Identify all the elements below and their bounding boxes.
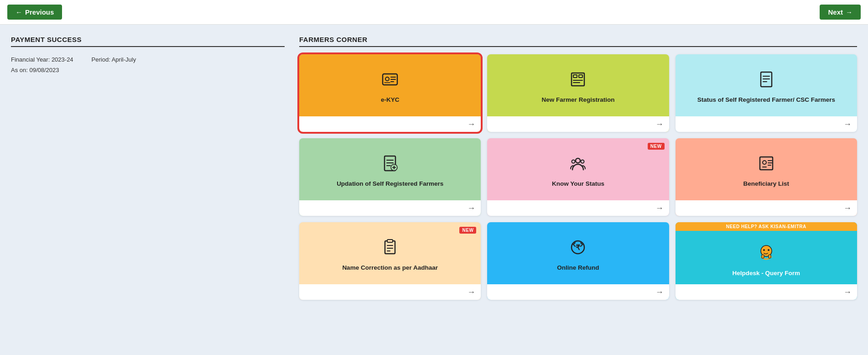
svg-point-22 <box>576 158 580 163</box>
arrow-icon-online-refund: → <box>655 287 664 297</box>
card-label-updation-self-registered: Updation of Self Registered Farmers <box>337 180 443 188</box>
svg-point-26 <box>763 161 766 164</box>
svg-text:₹: ₹ <box>576 244 581 251</box>
arrow-icon-beneficiary-list: → <box>843 204 852 213</box>
card-label-beneficiary-list: Beneficiary List <box>743 180 790 188</box>
card-helpdesk[interactable]: NEED HELP? ASK KISAN-EMITRA Helpdesk - Q… <box>676 222 857 300</box>
card-icon-helpdesk <box>756 242 776 265</box>
card-footer-updation-self-registered: → <box>299 200 481 216</box>
card-body-new-farmer-registration: New Farmer Registration <box>487 54 669 116</box>
card-icon-online-refund: ₹ <box>569 238 587 259</box>
card-footer-ekyc: → <box>299 116 481 132</box>
financial-year: Financial Year: 2023-24 <box>11 54 73 65</box>
card-online-refund[interactable]: ₹ Online Refund → <box>487 222 669 300</box>
previous-button[interactable]: ← Previous <box>7 5 62 20</box>
arrow-icon-updation-self-registered: → <box>467 204 475 213</box>
arrow-icon-ekyc: → <box>467 120 475 129</box>
top-navigation-bar: ← Previous Next → <box>0 0 868 25</box>
arrow-icon-helpdesk: → <box>843 287 852 297</box>
arrow-icon-name-correction: → <box>467 287 475 297</box>
next-label: Next <box>828 8 843 16</box>
payment-info: Financial Year: 2023-24 Period: April-Ju… <box>11 54 285 76</box>
svg-rect-42 <box>769 255 771 258</box>
card-icon-know-your-status <box>569 154 587 175</box>
card-icon-ekyc <box>381 70 399 91</box>
card-label-know-your-status: Know Your Status <box>552 180 604 188</box>
previous-label: Previous <box>25 8 54 16</box>
new-badge-know-your-status: NEW <box>648 143 665 150</box>
farmers-corner-title: FARMERS CORNER <box>299 36 857 47</box>
card-body-name-correction: Name Correction as per Aadhaar <box>299 222 481 284</box>
card-status-self-registered[interactable]: Status of Self Registered Farmer/ CSC Fa… <box>676 54 857 132</box>
card-icon-name-correction <box>381 238 399 259</box>
svg-rect-31 <box>385 241 395 254</box>
card-label-new-farmer-registration: New Farmer Registration <box>542 96 615 104</box>
next-button[interactable]: Next → <box>820 5 861 20</box>
card-icon-status-self-registered <box>757 70 775 91</box>
arrow-icon-know-your-status: → <box>655 204 664 213</box>
card-footer-status-self-registered: → <box>676 116 857 132</box>
svg-point-39 <box>763 249 765 251</box>
card-footer-new-farmer-registration: → <box>487 116 669 132</box>
arrow-icon-new-farmer-registration: → <box>655 120 664 129</box>
card-body-know-your-status: Know Your Status <box>487 138 669 200</box>
payment-section-title: PAYMENT SUCCESS <box>11 36 285 47</box>
svg-point-24 <box>581 160 584 163</box>
helpdesk-banner: NEED HELP? ASK KISAN-EMITRA <box>676 222 857 231</box>
card-footer-online-refund: → <box>487 284 669 300</box>
farmers-corner-panel: FARMERS CORNER e-KYC → Ne <box>299 36 857 300</box>
card-know-your-status[interactable]: NEW Know Your Status → <box>487 138 669 216</box>
card-label-status-self-registered: Status of Self Registered Farmer/ CSC Fa… <box>697 96 835 104</box>
card-name-correction[interactable]: NEW Name Correction as per Aadhaar → <box>299 222 481 300</box>
card-footer-know-your-status: → <box>487 200 669 216</box>
card-body-helpdesk: Helpdesk - Query Form <box>676 231 857 284</box>
card-body-beneficiary-list: Beneficiary List <box>676 138 857 200</box>
payment-details-row: Financial Year: 2023-24 Period: April-Ju… <box>11 54 285 65</box>
farmers-corner-grid: e-KYC → New Farmer Registration → <box>299 54 857 300</box>
new-badge-name-correction: NEW <box>459 227 476 234</box>
card-body-online-refund: ₹ Online Refund <box>487 222 669 284</box>
card-icon-updation-self-registered <box>381 154 399 175</box>
card-label-ekyc: e-KYC <box>381 96 400 104</box>
svg-point-23 <box>572 160 575 163</box>
payment-success-panel: PAYMENT SUCCESS Financial Year: 2023-24 … <box>11 36 285 300</box>
card-beneficiary-list[interactable]: Beneficiary List → <box>676 138 857 216</box>
card-footer-name-correction: → <box>299 284 481 300</box>
svg-point-1 <box>385 77 389 81</box>
arrow-icon-status-self-registered: → <box>843 120 852 129</box>
svg-rect-41 <box>762 255 764 258</box>
svg-rect-32 <box>387 240 393 242</box>
card-new-farmer-registration[interactable]: New Farmer Registration → <box>487 54 669 132</box>
svg-rect-7 <box>573 75 577 78</box>
period: Period: April-July <box>92 54 136 65</box>
card-body-status-self-registered: Status of Self Registered Farmer/ CSC Fa… <box>676 54 857 116</box>
card-label-online-refund: Online Refund <box>557 264 599 272</box>
card-label-helpdesk: Helpdesk - Query Form <box>733 269 800 277</box>
card-footer-beneficiary-list: → <box>676 200 857 216</box>
card-footer-helpdesk: → <box>676 284 857 300</box>
card-label-name-correction: Name Correction as per Aadhaar <box>342 264 438 272</box>
svg-rect-8 <box>579 75 582 78</box>
svg-point-40 <box>768 249 769 251</box>
card-ekyc[interactable]: e-KYC → <box>299 54 481 132</box>
card-icon-beneficiary-list <box>757 154 775 175</box>
card-body-ekyc: e-KYC <box>299 54 481 116</box>
card-updation-self-registered[interactable]: Updation of Self Registered Farmers → <box>299 138 481 216</box>
card-icon-new-farmer-registration <box>569 70 587 91</box>
main-content: PAYMENT SUCCESS Financial Year: 2023-24 … <box>0 25 868 300</box>
as-on-date: As on: 09/08/2023 <box>11 65 285 75</box>
card-body-updation-self-registered: Updation of Self Registered Farmers <box>299 138 481 200</box>
